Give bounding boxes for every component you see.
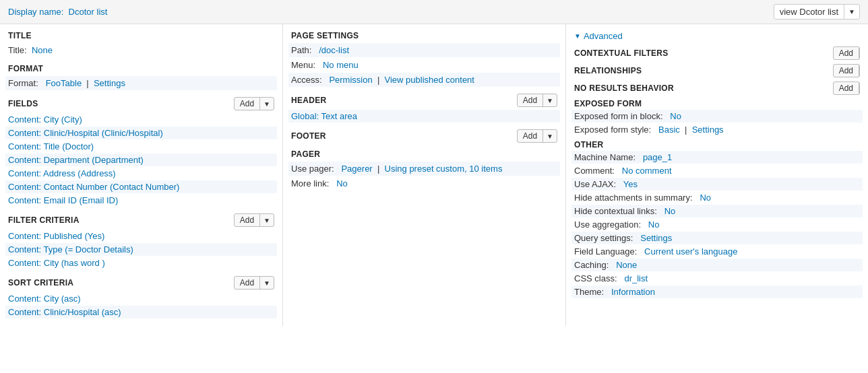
view-dcotor-list-button[interactable]: view Dcotor list ▼ [774, 4, 860, 20]
format-section-heading: FORMAT [8, 64, 274, 73]
theme-row: Theme: Information [571, 285, 863, 298]
no-results-add-button[interactable]: Add [833, 81, 860, 95]
fields-add-arrow-icon[interactable]: ▼ [260, 99, 274, 109]
field-language-value[interactable]: Current user's language [644, 246, 737, 257]
filter-add-arrow-icon[interactable]: ▼ [260, 215, 274, 226]
filter-city[interactable]: Content: City (has word ) [8, 258, 105, 268]
fields-add-label[interactable]: Add [235, 98, 260, 110]
no-results-title: NO RESULTS BEHAVIOR [574, 83, 674, 93]
hide-attachments-label: Hide attachments in summary: [574, 193, 698, 203]
list-item: Content: Address (Address) [8, 167, 274, 180]
theme-label: Theme: [574, 287, 609, 297]
comment-row: Comment: No comment [574, 164, 860, 177]
more-link-value[interactable]: No [336, 178, 348, 189]
exposed-form-basic-link[interactable]: Basic [658, 125, 680, 135]
footer-add-button[interactable]: Add ▼ [517, 129, 557, 143]
top-bar: Display name: Dcotor list view Dcotor li… [0, 0, 868, 24]
list-item: Content: Type (= Doctor Details) [5, 243, 277, 256]
exposed-form-block-row: Exposed form in block: No [571, 110, 863, 123]
path-label: Path: [291, 45, 317, 55]
path-value[interactable]: /doc-list [319, 45, 349, 55]
field-address[interactable]: Content: Address (Address) [8, 168, 116, 178]
caching-label: Caching: [574, 260, 614, 270]
field-contact[interactable]: Content: Contact Number (Contact Number) [8, 182, 179, 192]
header-global-row: Global: Text area [288, 110, 560, 123]
field-title-doctor[interactable]: Content: Title (Doctor) [8, 141, 94, 151]
display-name-label: Display name: [8, 7, 63, 17]
hide-attachments-value[interactable]: No [700, 193, 711, 203]
path-row: Path: /doc-list [288, 43, 560, 57]
field-department[interactable]: Content: Department (Department) [8, 155, 144, 165]
sort-clinic[interactable]: Content: Clinic/Hospital (asc) [8, 307, 121, 317]
menu-value[interactable]: No menu [323, 60, 359, 70]
use-pager-label: Use pager: [291, 164, 339, 174]
view-button-label[interactable]: view Dcotor list [774, 5, 844, 19]
list-item: Content: Published (Yes) [8, 230, 274, 242]
list-item: Content: City (asc) [8, 292, 274, 305]
advanced-label[interactable]: Advanced [584, 31, 623, 41]
field-language-label: Field Language: [574, 246, 642, 257]
access-permission[interactable]: Permission [329, 75, 372, 85]
sort-city[interactable]: Content: City (asc) [8, 294, 81, 304]
machine-name-value[interactable]: page_1 [643, 152, 672, 162]
caching-value[interactable]: None [616, 260, 637, 270]
header-add-button[interactable]: Add ▼ [517, 94, 557, 107]
filter-published[interactable]: Content: Published (Yes) [8, 231, 104, 241]
filter-type[interactable]: Content: Type (= Doctor Details) [8, 244, 133, 255]
filter-add-button[interactable]: Add ▼ [234, 213, 274, 227]
other-section-header: OTHER [574, 140, 860, 149]
pagerer-link[interactable]: Pagerer [341, 164, 372, 174]
no-results-add-label[interactable]: Add [834, 82, 859, 94]
page-settings-heading: PAGE SETTINGS [291, 31, 557, 40]
format-footable-link[interactable]: FooTable [46, 78, 82, 88]
sort-add-button[interactable]: Add ▼ [234, 276, 274, 290]
fields-section-header: FIELDS Add ▼ [8, 97, 274, 110]
comment-value[interactable]: No comment [622, 166, 672, 176]
view-button-arrow-icon[interactable]: ▼ [844, 6, 859, 18]
format-settings-link[interactable]: Settings [94, 78, 125, 88]
contextual-add-button[interactable]: Add [833, 46, 860, 60]
machine-name-label: Machine Name: [574, 152, 640, 162]
no-results-header: NO RESULTS BEHAVIOR Add [574, 81, 860, 95]
relationships-add-label[interactable]: Add [834, 65, 859, 77]
preset-custom-link[interactable]: Using preset custom, 10 items [385, 164, 503, 174]
filter-section-heading: FILTER CRITERIA [8, 215, 80, 225]
footer-add-arrow-icon[interactable]: ▼ [543, 131, 557, 141]
fields-add-button[interactable]: Add ▼ [234, 97, 274, 110]
use-aggregation-value[interactable]: No [648, 219, 660, 230]
format-row: Format: FooTable | Settings [5, 76, 277, 90]
display-name-value[interactable]: Dcotor list [69, 7, 108, 17]
hide-contextual-label: Hide contextual links: [574, 206, 662, 216]
field-email[interactable]: Content: Email ID (Email ID) [8, 195, 118, 205]
theme-value[interactable]: Information [611, 287, 655, 297]
header-add-label[interactable]: Add [518, 94, 543, 106]
exposed-form-header: EXPOSED FORM [574, 99, 860, 108]
field-city[interactable]: Content: City (City) [8, 114, 82, 125]
filters-list: Content: Published (Yes) Content: Type (… [8, 230, 274, 269]
field-clinic[interactable]: Content: Clinic/Hospital (Clinic/Hospita… [8, 128, 163, 138]
header-global-link[interactable]: Global: Text area [291, 111, 357, 121]
footer-add-label[interactable]: Add [518, 130, 543, 142]
exposed-form-settings-link[interactable]: Settings [692, 125, 724, 135]
access-view-published[interactable]: View published content [385, 75, 474, 85]
advanced-toggle[interactable]: ▼ Advanced [574, 31, 860, 41]
exposed-form-block-value[interactable]: No [670, 111, 681, 121]
sort-add-label[interactable]: Add [235, 277, 260, 289]
display-name: Display name: Dcotor list [8, 7, 107, 17]
use-ajax-value[interactable]: Yes [623, 179, 638, 189]
css-class-value[interactable]: dr_list [624, 273, 648, 283]
mid-column: PAGE SETTINGS Path: /doc-list Menu: No m… [283, 24, 566, 326]
fields-list: Content: City (City) Content: Clinic/Hos… [8, 113, 274, 207]
filter-add-label[interactable]: Add [235, 214, 260, 226]
contextual-add-label[interactable]: Add [834, 47, 859, 59]
sort-add-arrow-icon[interactable]: ▼ [260, 278, 274, 288]
contextual-filters-title: CONTEXTUAL FILTERS [574, 48, 669, 58]
hide-contextual-value[interactable]: No [664, 206, 676, 216]
header-section-heading: HEADER [291, 96, 326, 105]
title-value[interactable]: None [32, 45, 53, 55]
query-settings-value[interactable]: Settings [640, 233, 672, 243]
relationships-add-button[interactable]: Add [833, 64, 860, 77]
menu-label: Menu: [291, 60, 320, 70]
relationships-header: RELATIONSHIPS Add [574, 64, 860, 77]
header-add-arrow-icon[interactable]: ▼ [543, 96, 557, 106]
